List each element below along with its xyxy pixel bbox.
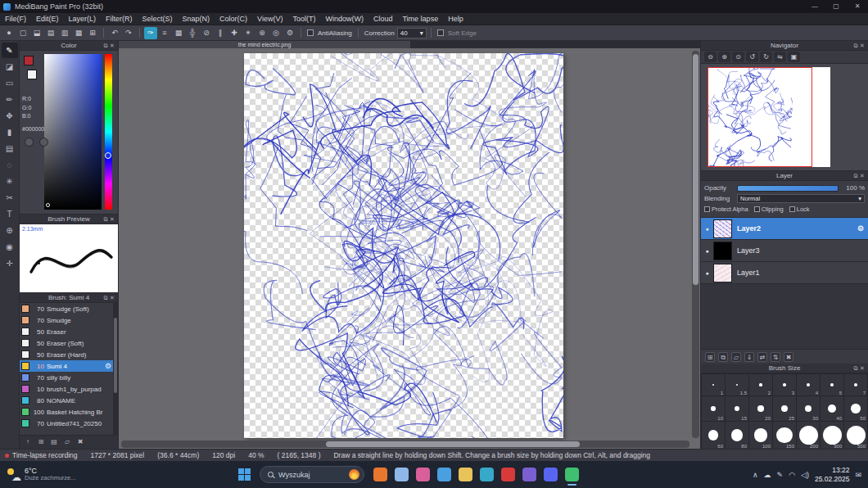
- saturation-value-square[interactable]: [44, 54, 102, 210]
- hand-tool-icon[interactable]: ✛: [2, 255, 18, 271]
- layer-folder-icon[interactable]: ▱: [731, 352, 741, 362]
- brush-size-option-25[interactable]: 25: [773, 396, 796, 421]
- flip-horizontal-icon[interactable]: ⇋: [774, 52, 786, 62]
- brush-item-eraser-soft-[interactable]: 50Eraser (Soft): [20, 337, 118, 349]
- close-icon[interactable]: ✕: [109, 295, 115, 301]
- taskbar-app-folder[interactable]: [459, 468, 472, 481]
- brush-color-dot-icon[interactable]: ●: [2, 27, 16, 39]
- brush-size-option-10[interactable]: 10: [702, 396, 725, 421]
- fit-window-icon[interactable]: ▣: [788, 52, 800, 62]
- scrollbar-thumb[interactable]: [326, 441, 580, 447]
- text-tool-icon[interactable]: T: [2, 206, 18, 222]
- brush-size-option-20[interactable]: 20: [749, 396, 772, 421]
- snap-vanishing-icon[interactable]: ✴: [242, 27, 255, 39]
- grid-snap-icon[interactable]: ▦: [172, 27, 185, 39]
- soft-edge-checkbox[interactable]: [437, 29, 444, 36]
- notification-icon[interactable]: ✉: [855, 471, 861, 479]
- brush-item-eraser-hard-[interactable]: 50Eraser (Hard): [20, 349, 118, 360]
- tray-wifi-icon[interactable]: ◠: [789, 471, 795, 479]
- layer-visibility-toggle[interactable]: ●: [701, 248, 713, 254]
- layer-merge-icon[interactable]: ⇓: [744, 352, 754, 362]
- menu-item-edit[interactable]: Edit(E): [31, 13, 64, 25]
- eyedropper-tool-icon[interactable]: ◉: [2, 239, 18, 255]
- brush-size-option-50[interactable]: 50: [844, 396, 867, 421]
- menu-item-layer[interactable]: Layer(L): [64, 13, 102, 25]
- snap-off-icon[interactable]: ⊘: [200, 27, 213, 39]
- pen-tool-icon[interactable]: ✎: [2, 43, 18, 58]
- taskbar-app-edge[interactable]: [480, 468, 494, 481]
- clipping-option[interactable]: Clipping: [754, 206, 784, 213]
- protect-alpha-option[interactable]: Protect Alpha: [704, 206, 748, 213]
- checkbox[interactable]: [704, 206, 710, 212]
- layer-updown-icon[interactable]: ⇅: [771, 352, 780, 362]
- layer-delete-icon[interactable]: ✖: [784, 352, 793, 362]
- hue-marker[interactable]: [105, 152, 111, 159]
- scrollbar-thumb[interactable]: [114, 318, 117, 393]
- brush-size-option-1[interactable]: 1: [702, 374, 725, 395]
- brush-list-scrollbar[interactable]: [113, 303, 118, 435]
- navigator-view-rectangle[interactable]: [708, 67, 812, 167]
- brush-size-option-2[interactable]: 2: [749, 374, 772, 395]
- brush-item-brush1-by-purpad[interactable]: 10brush1_by_purpad: [20, 383, 118, 395]
- menu-item-color[interactable]: Color(C): [215, 13, 252, 25]
- brush-item-sumi-4[interactable]: 10Sumi 4⚙: [20, 360, 118, 372]
- save-icon[interactable]: ⬓: [30, 27, 43, 39]
- canvas-horizontal-scrollbar[interactable]: [121, 441, 689, 448]
- checkbox[interactable]: [754, 206, 760, 212]
- close-icon[interactable]: ✕: [859, 365, 866, 372]
- zoom-tool-icon[interactable]: ⊕: [2, 223, 18, 238]
- brush-item-basket-hatching-br[interactable]: 100Basket Hatching Br: [20, 406, 118, 418]
- brush-size-option-100[interactable]: 100: [749, 422, 772, 449]
- brush-item-noname[interactable]: 80NONAME: [20, 395, 118, 406]
- brush-item-eraser[interactable]: 50Eraser: [20, 326, 118, 337]
- close-button[interactable]: ✕: [847, 0, 868, 13]
- brush-size-option-1.5[interactable]: 1.5: [726, 374, 748, 395]
- select-rect-tool-icon[interactable]: ▭: [2, 75, 18, 91]
- close-icon[interactable]: ✕: [109, 43, 115, 49]
- brush-settings-gear-icon[interactable]: ⚙: [105, 362, 111, 370]
- canvas-tab[interactable]: the mind electric.png: [119, 41, 410, 48]
- brush-item-untitled741-20250[interactable]: 70Untitled741_20250: [20, 418, 118, 429]
- brush-size-option-7[interactable]: 7: [844, 374, 867, 395]
- menu-item-view[interactable]: View(V): [252, 13, 287, 25]
- menu-item-snap[interactable]: Snap(N): [178, 13, 215, 25]
- eraser-tool-icon[interactable]: ◪: [2, 59, 18, 75]
- popout-icon[interactable]: ⧉: [852, 43, 859, 49]
- artboard[interactable]: [244, 53, 563, 438]
- new-canvas-icon[interactable]: ▢: [16, 27, 29, 39]
- smudge-tool-icon[interactable]: ✏: [2, 92, 18, 107]
- export-icon[interactable]: ▤: [44, 27, 57, 39]
- taskbar-app-torch[interactable]: [373, 468, 387, 481]
- cross-snap-icon[interactable]: ╬: [186, 27, 199, 39]
- popout-icon[interactable]: ⧉: [102, 295, 109, 301]
- layer-row-layer2[interactable]: ●Layer2⚙: [701, 218, 868, 240]
- undo-icon[interactable]: ↶: [108, 27, 121, 39]
- rotate-left-icon[interactable]: ↺: [746, 52, 758, 62]
- brush-size-option-60[interactable]: 60: [702, 422, 725, 449]
- taskbar-app-discord[interactable]: [544, 468, 558, 481]
- hue-bar[interactable]: [105, 54, 112, 210]
- popout-icon[interactable]: ⧉: [102, 43, 109, 49]
- gradient-tool-icon[interactable]: ▤: [2, 141, 18, 156]
- layer-row-layer1[interactable]: ●Layer1: [701, 262, 868, 284]
- layer-visibility-toggle[interactable]: ●: [701, 226, 713, 232]
- menu-item-help[interactable]: Help: [443, 13, 468, 25]
- brush-size-option-3[interactable]: 3: [773, 374, 796, 395]
- layer-transfer-icon[interactable]: ⇄: [757, 352, 767, 362]
- menu-item-tool[interactable]: Tool(T): [287, 13, 320, 25]
- open-icon[interactable]: ▥: [58, 27, 71, 39]
- divide-tool-icon[interactable]: ✂: [2, 190, 18, 206]
- taskbar-app-file-explorer[interactable]: [395, 468, 409, 481]
- menu-item-filter[interactable]: Filter(R): [101, 13, 138, 25]
- brush-item-silly-billy[interactable]: 70silly billy: [20, 372, 118, 383]
- snap-ellipse-icon[interactable]: ◎: [269, 27, 283, 39]
- checkbox[interactable]: [789, 206, 795, 212]
- brush-size-option-300[interactable]: 300: [821, 422, 843, 449]
- brush-stroke-icon[interactable]: ✑: [144, 27, 157, 39]
- menu-item-time-lapse[interactable]: Time lapse: [397, 13, 443, 25]
- zoom-in-icon[interactable]: ⊕: [718, 52, 730, 62]
- menu-item-file[interactable]: File(F): [0, 13, 31, 25]
- color-history-button[interactable]: [39, 138, 48, 147]
- menu-item-cloud[interactable]: Cloud: [368, 13, 398, 25]
- close-icon[interactable]: ✕: [859, 43, 866, 49]
